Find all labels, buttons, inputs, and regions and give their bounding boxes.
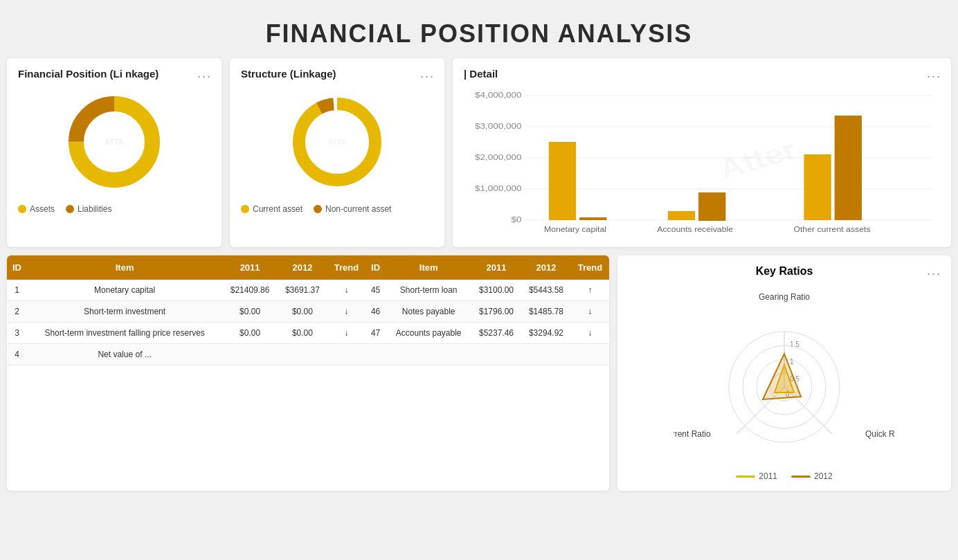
bar-ar-2012: [698, 192, 725, 221]
radar-chart: Gearing Ratio Quick Ratio Current Ratio …: [674, 284, 895, 464]
structure-card: Structure (Linkage) ... ATTA Current ass…: [230, 58, 444, 247]
detail-bar-svg: $4,000,000 $3,000,000 $2,000,000 $1,000,…: [464, 85, 940, 237]
liabilities-label: Liabilities: [78, 204, 111, 214]
svg-text:Other current assets: Other current assets: [793, 226, 871, 233]
svg-text:Current Ratio: Current Ratio: [674, 429, 711, 439]
cell-item2: [386, 344, 471, 365]
cell-trend1: ↓: [327, 301, 365, 323]
svg-text:$0: $0: [512, 215, 522, 224]
cell-trend1: [327, 344, 365, 365]
top-row: Financial Position (Li nkage) ... ATTA A…: [7, 58, 951, 247]
cell-id2: 46: [365, 301, 386, 323]
ratios-2012-label: 2012: [814, 471, 833, 481]
cell-item1: Monetary capital: [27, 280, 222, 301]
non-current-asset-label: Non-current asset: [325, 204, 391, 214]
bar-other-2011: [804, 154, 831, 220]
svg-text:ATTA: ATTA: [327, 138, 347, 146]
struct-donut-chart: ATTA: [282, 87, 392, 197]
cell-id2: [365, 344, 386, 365]
table-row: 2 Short-term investment $0.00 $0.00 ↓ 46…: [7, 301, 609, 323]
cell-item1: Short-term investment: [27, 301, 222, 323]
key-ratios-card: ... Key Ratios Gearing Ratio Quick Ratio…: [617, 255, 951, 491]
table-header-row: ID Item 2011 2012 Trend ID Item 2011 201…: [7, 255, 609, 280]
fp-card-title: Financial Position (Li nkage): [18, 68, 210, 80]
cell-2012b: $5443.58: [521, 280, 571, 301]
cell-2012b: $3294.92: [521, 323, 571, 344]
cell-id2: 47: [365, 323, 386, 344]
cell-item2: Short-term loan: [386, 280, 471, 301]
cell-trend2: ↓: [571, 323, 609, 344]
cell-2012a: $0.00: [278, 301, 327, 323]
cell-id1: 2: [7, 301, 27, 323]
struct-legend: Current asset Non-current asset: [241, 204, 433, 214]
cell-trend2: ↓: [571, 301, 609, 323]
bottom-row: ID Item 2011 2012 Trend ID Item 2011 201…: [7, 255, 951, 491]
col-2012a: 2012: [278, 255, 327, 280]
bar-ar-2011: [668, 211, 695, 220]
fp-legend: Assets Liabilities: [18, 204, 210, 214]
page-title: FINANCIAL POSITION ANALYSIS: [7, 7, 951, 58]
data-table-card: ID Item 2011 2012 Trend ID Item 2011 201…: [7, 255, 609, 491]
detail-bar-chart: $4,000,000 $3,000,000 $2,000,000 $1,000,…: [464, 85, 940, 237]
svg-text:Gearing Ratio: Gearing Ratio: [759, 292, 810, 302]
cell-2012b: [521, 344, 571, 365]
cell-2011b: $1796.00: [471, 301, 521, 323]
svg-text:$4,000,000: $4,000,000: [475, 91, 522, 99]
col-trend2: Trend: [571, 255, 609, 280]
cell-2011a: $0.00: [222, 323, 278, 344]
svg-text:$2,000,000: $2,000,000: [475, 153, 522, 161]
assets-dot: [18, 205, 26, 213]
cell-id1: 4: [7, 344, 27, 365]
table-row: 4 Net value of ...: [7, 344, 609, 365]
liabilities-dot: [66, 205, 74, 213]
col-2011a: 2011: [222, 255, 278, 280]
struct-card-title: Structure (Linkage): [241, 68, 433, 80]
struct-card-menu[interactable]: ...: [420, 66, 435, 81]
col-2012b: 2012: [521, 255, 571, 280]
col-2011b: 2011: [471, 255, 521, 280]
radar-container: Gearing Ratio Quick Ratio Current Ratio …: [629, 284, 940, 464]
current-asset-label: Current asset: [253, 204, 302, 214]
bar-monetary-2011: [549, 142, 576, 220]
ratios-legend-2012: 2012: [791, 471, 833, 481]
fp-donut-container: ATTA: [18, 87, 210, 197]
struct-legend-current: Current asset: [241, 204, 302, 214]
table-body: 1 Monetary capital $21409.86 $3691.37 ↓ …: [7, 280, 609, 365]
svg-text:Accounts receivable: Accounts receivable: [657, 226, 733, 233]
fp-card-menu[interactable]: ...: [197, 66, 212, 81]
cell-2011a: $0.00: [222, 301, 278, 323]
ratios-2011-label: 2011: [759, 471, 777, 481]
cell-2012a: [278, 344, 327, 365]
col-id1: ID: [7, 255, 27, 280]
table-row: 1 Monetary capital $21409.86 $3691.37 ↓ …: [7, 280, 609, 301]
financial-position-card: Financial Position (Li nkage) ... ATTA A…: [7, 58, 222, 247]
col-id2: ID: [365, 255, 386, 280]
ratios-legend: 2011 2012: [629, 471, 940, 481]
cell-id2: 45: [365, 280, 386, 301]
bar-other-2012: [835, 116, 862, 220]
current-asset-dot: [241, 205, 249, 213]
fp-legend-liabilities: Liabilities: [66, 204, 111, 214]
svg-text:1: 1: [790, 358, 794, 365]
cell-trend1: ↓: [327, 323, 365, 344]
col-item1: Item: [27, 255, 222, 280]
cell-2011b: $5237.46: [471, 323, 521, 344]
svg-text:Monetary capital: Monetary capital: [544, 226, 606, 233]
cell-2011b: $3100.00: [471, 280, 521, 301]
ratios-card-menu[interactable]: ...: [927, 264, 941, 278]
table-row: 3 Short-term investment falling price re…: [7, 323, 609, 344]
svg-text:$1,000,000: $1,000,000: [475, 184, 522, 192]
svg-text:ATTA: ATTA: [105, 138, 124, 146]
cell-item2: Notes payable: [386, 301, 471, 323]
cell-id1: 3: [7, 323, 27, 344]
ratios-2012-line: [791, 476, 811, 478]
cell-trend1: ↓: [327, 280, 365, 301]
financial-data-table: ID Item 2011 2012 Trend ID Item 2011 201…: [7, 255, 609, 365]
cell-id1: 1: [7, 280, 27, 301]
detail-card-menu[interactable]: ...: [927, 66, 941, 81]
cell-item2: Accounts payable: [386, 323, 471, 344]
key-ratios-title: Key Ratios: [629, 265, 940, 278]
struct-legend-noncurrent: Non-current asset: [314, 204, 391, 214]
cell-trend2: [571, 344, 609, 365]
fp-donut-chart: ATTA: [59, 87, 170, 197]
